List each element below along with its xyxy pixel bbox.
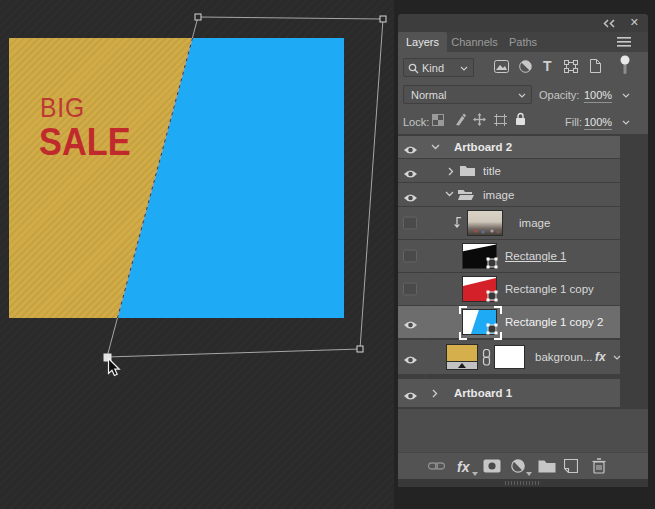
tab-paths[interactable]: Paths: [502, 32, 544, 52]
panel-resize-strip: [398, 479, 648, 487]
panel-controls: Kind T: [398, 52, 648, 134]
filter-pixel-layers-icon[interactable]: [494, 60, 509, 73]
visibility-eye-icon[interactable]: [403, 189, 419, 201]
add-adjustment-layer-icon[interactable]: [511, 459, 525, 473]
panel-tab-bar: Layers Channels Paths: [398, 32, 648, 52]
layer-row-artboard-1[interactable]: Artboard 1: [398, 379, 620, 407]
opacity-value[interactable]: 100%: [584, 89, 612, 103]
lock-transparent-pixels-icon[interactable]: [432, 114, 444, 126]
effects-collapse-chevron-icon[interactable]: [613, 355, 621, 360]
fill-chevron-icon[interactable]: [622, 120, 630, 125]
layer-mask-thumbnail[interactable]: [494, 345, 525, 369]
visibility-eye-icon[interactable]: [403, 387, 419, 399]
layer-row-artboard-2[interactable]: Artboard 2: [398, 136, 620, 158]
lock-image-pixels-icon[interactable]: [453, 113, 466, 126]
layer-row-image[interactable]: image: [398, 207, 620, 239]
visibility-eye-icon[interactable]: [403, 351, 419, 363]
layer-row-background[interactable]: bakgroun... fx: [398, 340, 620, 374]
lock-all-icon[interactable]: [515, 112, 526, 126]
fill-value[interactable]: 100%: [584, 116, 612, 130]
opacity-label: Opacity:: [539, 89, 579, 101]
layer-label: Rectangle 1: [505, 250, 566, 262]
layer-effects-fx-label[interactable]: fx: [595, 351, 606, 363]
chevron-down-icon[interactable]: [445, 191, 454, 197]
panel-bottom-toolbar: fx: [398, 452, 648, 479]
visibility-toggle-empty[interactable]: [403, 250, 417, 263]
layer-label: Rectangle 1 copy 2: [505, 316, 603, 328]
transform-target-bracket: [459, 306, 467, 314]
transform-handle-bottom-right[interactable]: [357, 346, 363, 352]
blend-mode-dropdown[interactable]: Normal: [403, 85, 532, 104]
layer-label: image: [519, 217, 550, 229]
layer-label: image: [483, 189, 514, 201]
layer-label: bakgroun...: [535, 351, 593, 363]
clipping-mask-arrow-icon: [452, 217, 462, 229]
folder-closed-icon: [459, 165, 476, 177]
visibility-toggle-empty[interactable]: [403, 283, 417, 296]
mask-link-icon[interactable]: [482, 349, 491, 366]
layer-row-rectangle-1-copy-2[interactable]: Rectangle 1 copy 2: [398, 306, 620, 338]
opacity-chevron-icon[interactable]: [622, 93, 630, 98]
canvas-sale-text: SALE: [39, 122, 131, 161]
folder-open-icon: [457, 189, 475, 201]
layer-style-menu-arrow-icon: [472, 472, 478, 476]
search-icon: [408, 63, 419, 74]
adjustment-menu-arrow-icon: [526, 472, 532, 476]
vector-mask-badge-icon: [486, 257, 498, 269]
layer-list: Artboard 2 title: [398, 134, 648, 409]
filter-shape-layers-icon[interactable]: [564, 60, 578, 73]
add-layer-style-icon[interactable]: fx: [457, 460, 469, 474]
vector-mask-badge-icon: [486, 323, 498, 335]
close-panel-icon[interactable]: ✕: [630, 16, 639, 29]
image-layer-thumbnail[interactable]: [467, 210, 503, 236]
panel-header-bar: ✕: [398, 14, 648, 32]
photoshop-workspace: BIG SALE ✕ Layers Channels: [0, 0, 655, 509]
new-group-icon[interactable]: [538, 460, 556, 473]
chevron-down-icon[interactable]: [431, 144, 440, 150]
visibility-eye-icon[interactable]: [403, 316, 419, 328]
new-layer-icon[interactable]: [564, 459, 578, 473]
artboard-canvas[interactable]: BIG SALE: [9, 38, 344, 318]
visibility-toggle-empty[interactable]: [403, 217, 417, 230]
filter-type-layers-icon[interactable]: T: [543, 58, 552, 74]
mouse-cursor-icon: [109, 359, 120, 376]
fill-layer-thumbnail[interactable]: [446, 344, 478, 370]
chevron-right-icon[interactable]: [432, 389, 438, 398]
transform-handle-top-right[interactable]: [380, 16, 386, 22]
chevron-down-icon: [460, 66, 468, 71]
lock-position-icon[interactable]: [473, 113, 486, 126]
filter-kind-dropdown[interactable]: Kind: [403, 58, 474, 77]
lock-label: Lock:: [403, 116, 429, 128]
transform-target-bracket: [459, 332, 467, 340]
layer-label: Artboard 1: [454, 387, 512, 399]
transform-handle-bottom-left-active[interactable]: [104, 354, 111, 361]
filter-toggle-icon[interactable]: [619, 55, 631, 75]
layer-row-image-group[interactable]: image: [398, 183, 620, 206]
collapse-panels-icon[interactable]: [603, 19, 616, 28]
transform-handle-top-left[interactable]: [195, 14, 201, 20]
canvas-big-text: BIG: [40, 94, 85, 122]
layer-row-rectangle-1[interactable]: Rectangle 1: [398, 240, 620, 272]
visibility-eye-icon[interactable]: [403, 141, 419, 153]
visibility-eye-icon[interactable]: [403, 165, 419, 177]
panel-menu-icon[interactable]: [617, 37, 631, 47]
delete-layer-icon[interactable]: [592, 458, 606, 474]
lock-artboard-nesting-icon[interactable]: [494, 114, 507, 126]
layer-row-title-group[interactable]: title: [398, 159, 620, 182]
layers-panel: ✕ Layers Channels Paths Kind: [398, 14, 648, 487]
layer-row-rectangle-1-copy[interactable]: Rectangle 1 copy: [398, 273, 620, 305]
fill-label: Fill:: [565, 116, 582, 128]
vector-mask-badge-icon: [486, 290, 498, 302]
filter-kind-label: Kind: [422, 62, 444, 74]
link-layers-icon[interactable]: [428, 460, 445, 472]
filter-smart-objects-icon[interactable]: [589, 59, 601, 73]
panel-resize-grip[interactable]: [505, 481, 541, 485]
transform-target-bracket: [494, 306, 502, 314]
layer-list-empty-area: [398, 409, 648, 452]
tab-layers[interactable]: Layers: [398, 32, 447, 52]
layer-label: Rectangle 1 copy: [505, 283, 594, 295]
tab-channels[interactable]: Channels: [447, 32, 502, 52]
add-layer-mask-icon[interactable]: [483, 459, 501, 473]
filter-adjustment-layers-icon[interactable]: [519, 60, 532, 73]
chevron-right-icon[interactable]: [448, 167, 454, 176]
